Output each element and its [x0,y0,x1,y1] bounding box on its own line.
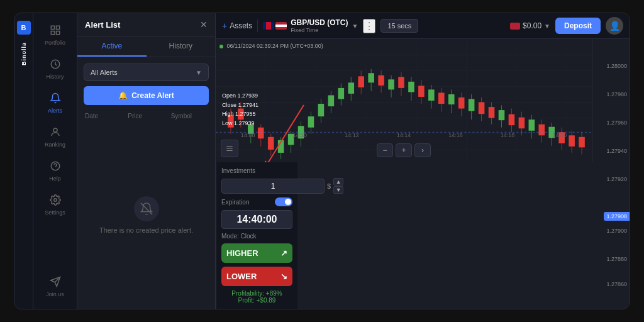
top-bar: + Assets GBP/USD (OTC) Fixed Time ▼ [216,13,630,39]
currency-pair-selector[interactable]: GBP/USD (OTC) Fixed Time ▼ [263,18,358,33]
zoom-in-button[interactable]: + [396,143,412,157]
chevron-down-icon: ▼ [352,23,358,30]
time-axis: 14:08 14:10 14:12 14:14 14:16 14:18 14:2… [216,132,592,138]
chevron-down-icon: ▼ [196,69,202,76]
current-price-badge: 1.27908 [604,212,630,221]
expiration-row: Expiration [221,197,292,206]
investment-stepper: ▲ ▼ [333,178,343,194]
more-options-button[interactable]: ⋮ [363,19,375,33]
col-date: Date [85,113,121,119]
dropdown-value: All Alerts [91,69,118,76]
time-label-1: 14:10 [293,132,308,138]
price-level-6: 1.27880 [606,256,627,262]
lower-button[interactable]: LOWER ↘ [221,267,292,286]
svg-rect-49 [338,88,345,99]
price-level-3: 1.27940 [606,148,627,154]
svg-rect-35 [268,137,274,150]
chart-timestamp: 06/11/2024 02:39:24 PM (UTC+03:00) [219,43,323,49]
empty-state-icon [134,196,159,221]
sidebar-item-portfolio[interactable]: Portfolio [36,19,74,51]
bell-plus-icon: 🔔 [118,91,128,100]
investment-increment[interactable]: ▲ [333,178,343,186]
alert-panel: Alert List ✕ Active History All Alerts ▼… [77,13,216,309]
currency-name: GBP/USD (OTC) [291,18,348,27]
tab-history[interactable]: History [147,36,216,57]
time-label-0: 14:08 [241,132,255,138]
svg-rect-67 [428,89,435,101]
sidebar-item-join[interactable]: Join us [36,271,74,303]
mode-label: Mode: Clock [221,233,292,240]
svg-rect-77 [479,103,485,114]
svg-rect-97 [579,137,585,148]
profit-amount: Profit: +$0.89 [221,297,292,304]
profitability-percent: Profitability: +89% [221,290,292,297]
chart-zoom-controls: − + › [377,143,431,157]
time-interval-button[interactable]: 15 secs [380,19,418,33]
balance-area: $0.00 ▼ [510,21,550,30]
alerts-icon [50,92,61,106]
user-avatar[interactable]: 👤 [606,17,623,35]
svg-rect-73 [458,97,465,109]
tab-active[interactable]: Active [77,36,147,57]
price-level-0: 1.28000 [606,63,627,69]
currency-info: GBP/USD (OTC) Fixed Time [291,18,348,33]
sidebar-label-settings: Settings [45,209,65,216]
svg-point-8 [53,199,57,202]
svg-rect-61 [398,77,404,88]
currency-symbol: $ [327,182,331,190]
lower-arrow-icon: ↘ [280,272,287,281]
sidebar-label-portfolio: Portfolio [45,40,65,46]
alerts-filter-dropdown[interactable]: All Alerts ▼ [84,64,209,81]
right-panel: Investments $ ▲ ▼ Expiration 14:40:00 Mo… [216,162,297,309]
sidebar-item-ranking[interactable]: Ranking [36,121,74,153]
create-alert-button[interactable]: 🔔 Create Alert [84,86,209,105]
sidebar-item-settings[interactable]: Settings [36,189,74,221]
zoom-out-button[interactable]: − [377,143,393,157]
close-alert-panel-button[interactable]: ✕ [200,19,208,30]
left-nav: Portfolio History Alerts Ranking Help [33,13,77,309]
profitability-row: Profitability: +89% Profit: +$0.89 [221,290,292,304]
expiration-toggle[interactable] [275,197,292,206]
svg-point-5 [53,128,57,132]
svg-rect-79 [489,107,495,118]
settings-icon [50,194,61,208]
sidebar-item-alerts[interactable]: Alerts [36,87,74,119]
svg-rect-47 [328,95,335,106]
empty-state-message: There is no created price alert. [99,226,193,234]
investment-input[interactable] [221,179,325,194]
svg-rect-65 [418,86,425,97]
assets-button[interactable]: + Assets [222,21,252,31]
alert-panel-title: Alert List [85,20,120,30]
svg-rect-45 [318,104,325,116]
expiration-time-display: 14:40:00 [221,210,292,229]
brand-strip: B Binolla [14,13,33,309]
investments-label: Investments [221,167,292,174]
sidebar-item-history[interactable]: History [36,53,74,85]
alert-body: All Alerts ▼ 🔔 Create Alert Date Price S… [77,57,215,309]
higher-arrow-icon: ↗ [280,248,287,258]
currency-sub: Fixed Time [291,27,348,33]
svg-rect-83 [509,114,515,126]
plus-icon: + [222,21,227,31]
svg-rect-69 [438,92,445,104]
price-level-2: 1.27960 [606,119,627,126]
deposit-button[interactable]: Deposit [555,18,601,34]
lower-label: LOWER [226,272,257,281]
currency-flags [263,22,287,30]
price-level-4: 1.27920 [606,176,627,182]
ohlc-overlay: Open 1.27939 Close 1.27941 High 1.27955 … [222,91,258,128]
svg-rect-43 [308,116,314,128]
price-axis: 1.28000 1.27980 1.27960 1.27940 1.27920 … [592,39,630,162]
price-level-5: 1.27900 [606,228,627,234]
svg-rect-3 [56,31,59,35]
investment-decrement[interactable]: ▼ [333,186,343,194]
time-label-6: 14:20 [552,132,567,138]
alerts-table-header: Date Price Symbol [84,110,209,122]
svg-rect-85 [519,118,525,129]
price-level-7: 1.27860 [606,281,627,287]
chart-settings-button[interactable] [221,140,238,157]
svg-rect-53 [358,76,364,87]
scroll-right-button[interactable]: › [414,143,431,157]
higher-button[interactable]: HIGHER ↗ [221,243,292,263]
sidebar-item-help[interactable]: Help [36,155,74,187]
